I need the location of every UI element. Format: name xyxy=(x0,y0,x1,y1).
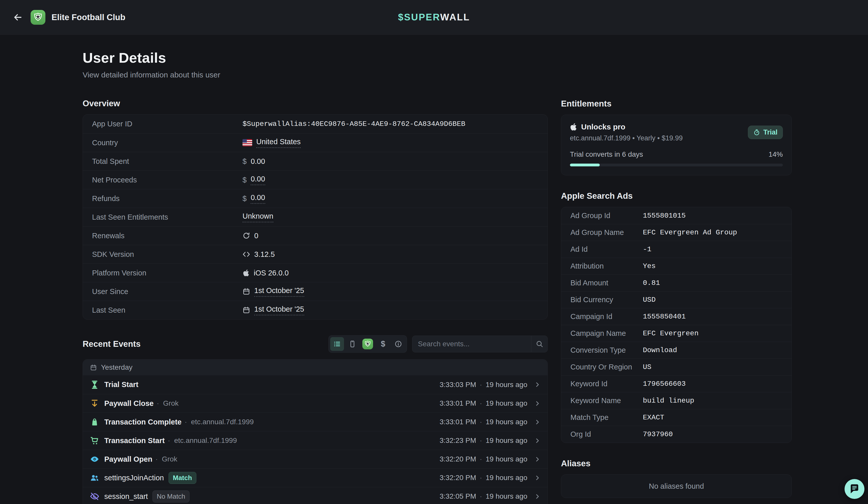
overview-row-app-user-id: App User ID $SuperwallAlias:40EC9876-A85… xyxy=(83,115,547,133)
event-relative-time: 19 hours ago xyxy=(476,492,527,501)
search-icon xyxy=(536,340,544,348)
row-label: Last Seen xyxy=(92,306,242,314)
event-time: 3:32:20 PM xyxy=(440,455,476,463)
event-row-trial-start[interactable]: Trial Start 3:33:03 PM 19 hours ago xyxy=(83,375,547,394)
overview-row-total-spent: Total Spent $0.00 xyxy=(83,152,547,170)
code-icon xyxy=(242,251,250,258)
overview-row-net-proceeds: Net Proceeds $0.00 xyxy=(83,170,547,189)
row-label: Bid Currency xyxy=(570,296,643,304)
asa-row: Ad Group Id1555801015 xyxy=(561,207,792,224)
event-row-session-start-custom[interactable]: session_start No Match 3:32:05 PM 19 hou… xyxy=(83,487,547,504)
app-user-id-value: $SuperwallAlias:40EC9876-A85E-4AE9-8762-… xyxy=(242,120,465,128)
logo-prefix: $SUPER xyxy=(398,12,440,22)
aliases-heading: Aliases xyxy=(561,459,792,468)
overview-card: App User ID $SuperwallAlias:40EC9876-A85… xyxy=(83,114,548,319)
row-value: 1796566603 xyxy=(643,380,686,388)
trial-badge-label: Trial xyxy=(763,128,777,136)
entitlement-product-detail: etc.annual.7df.1999 • Yearly • $19.99 xyxy=(570,134,748,142)
main-content: User Details View detailed information a… xyxy=(0,35,868,504)
page-subtitle: View detailed information about this use… xyxy=(83,71,548,79)
dollar-icon: $ xyxy=(381,339,385,349)
overview-row-country: Country United States xyxy=(83,133,547,152)
row-label: Last Seen Entitlements xyxy=(92,213,242,221)
trial-percent: 14% xyxy=(768,150,783,158)
refunds-value[interactable]: 0.00 xyxy=(251,193,265,204)
filter-info-events-button[interactable] xyxy=(391,337,405,351)
overview-row-refunds: Refunds $0.00 xyxy=(83,189,547,208)
event-detail: Grok xyxy=(156,399,178,407)
chat-bubble-icon xyxy=(849,483,860,495)
renewals-value: 0 xyxy=(254,232,258,240)
row-value: build lineup xyxy=(643,397,694,405)
event-time: 3:32:23 PM xyxy=(440,437,476,445)
overview-row-renewals: Renewals 0 xyxy=(83,226,547,245)
event-row-paywall-open[interactable]: Paywall Open Grok 3:32:20 PM 19 hours ag… xyxy=(83,450,547,468)
event-row-transaction-start[interactable]: Transaction Start etc.annual.7df.1999 3:… xyxy=(83,431,547,450)
event-relative-time: 19 hours ago xyxy=(476,455,527,463)
row-value: 1555850401 xyxy=(643,313,686,321)
event-detail: Grok xyxy=(155,455,177,463)
trial-progress-fill xyxy=(570,164,600,166)
info-icon xyxy=(394,340,402,348)
timer-icon xyxy=(753,129,760,136)
aliases-empty-card: No aliases found xyxy=(561,474,792,498)
asa-row: Campaign NameEFC Evergreen xyxy=(561,325,792,342)
asa-row: Keyword Id1796566603 xyxy=(561,375,792,392)
football-club-app-icon xyxy=(362,339,373,349)
events-search-button[interactable] xyxy=(531,336,547,352)
event-name: Paywall Open xyxy=(104,455,153,463)
filter-all-events-button[interactable] xyxy=(330,337,344,351)
asa-row: Keyword Namebuild lineup xyxy=(561,392,792,409)
trial-status-badge: Trial xyxy=(748,126,783,139)
asa-row: Org Id7937960 xyxy=(561,426,792,443)
filter-revenue-events-button[interactable]: $ xyxy=(376,337,390,351)
row-label: Attribution xyxy=(570,262,643,270)
events-search xyxy=(412,336,548,353)
last-seen-entitlements-value[interactable]: Unknown xyxy=(242,212,273,222)
sdk-version-value: 3.12.5 xyxy=(254,250,275,259)
asa-row: AttributionYes xyxy=(561,258,792,274)
trial-progress-bar xyxy=(570,164,783,166)
support-chat-button[interactable] xyxy=(845,479,865,499)
row-label: Campaign Name xyxy=(570,329,643,338)
calendar-icon xyxy=(90,364,97,371)
event-row-paywall-close[interactable]: Paywall Close Grok 3:33:01 PM 19 hours a… xyxy=(83,394,547,412)
eye-icon xyxy=(90,454,99,464)
net-proceeds-value[interactable]: 0.00 xyxy=(251,175,265,185)
row-value: 1555801015 xyxy=(643,212,686,220)
back-arrow-icon xyxy=(12,12,23,23)
row-value: Download xyxy=(643,346,677,354)
chevron-right-icon xyxy=(534,419,541,426)
last-seen-value[interactable]: 1st October '25 xyxy=(254,305,304,315)
apple-icon xyxy=(570,123,577,131)
user-since-value[interactable]: 1st October '25 xyxy=(254,286,304,297)
row-label: Campaign Id xyxy=(570,312,643,321)
event-time: 3:32:20 PM xyxy=(440,474,476,482)
asa-row: Bid Amount0.81 xyxy=(561,274,792,291)
chevron-right-icon xyxy=(534,493,541,500)
events-search-input[interactable] xyxy=(412,340,531,348)
back-button[interactable] xyxy=(12,11,24,23)
page-title: User Details xyxy=(83,50,548,66)
device-icon xyxy=(349,340,356,348)
country-value[interactable]: United States xyxy=(256,138,301,148)
event-row-settings-join-action[interactable]: settingsJoinAction Match 3:32:20 PM 19 h… xyxy=(83,468,547,487)
event-time: 3:33:01 PM xyxy=(440,418,476,426)
event-relative-time: 19 hours ago xyxy=(476,437,527,445)
event-relative-time: 19 hours ago xyxy=(476,418,527,426)
event-name: Paywall Close xyxy=(104,399,154,408)
event-detail: etc.annual.7df.1999 xyxy=(184,418,254,426)
row-label: Ad Group Id xyxy=(570,211,643,220)
filter-app-events-button[interactable] xyxy=(361,337,375,351)
apple-search-ads-heading: Apple Search Ads xyxy=(561,191,792,201)
event-time: 3:33:01 PM xyxy=(440,399,476,407)
recent-events-heading: Recent Events xyxy=(83,339,141,349)
event-time: 3:32:05 PM xyxy=(440,492,476,501)
us-flag-icon xyxy=(242,139,252,146)
calendar-icon xyxy=(242,288,250,295)
event-row-transaction-complete[interactable]: Transaction Complete etc.annual.7df.1999… xyxy=(83,412,547,431)
row-label: Match Type xyxy=(570,413,643,422)
chevron-right-icon xyxy=(534,474,541,481)
shopping-cart-icon xyxy=(90,436,99,445)
filter-device-events-button[interactable] xyxy=(345,337,359,351)
